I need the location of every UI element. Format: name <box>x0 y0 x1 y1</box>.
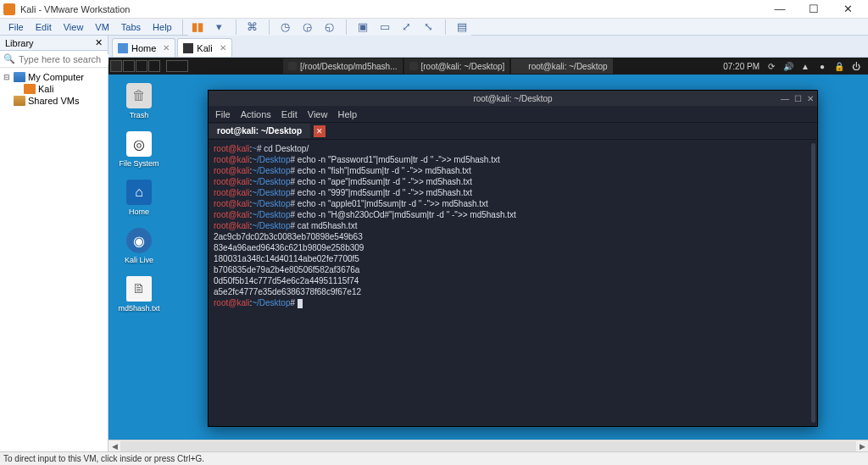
home-folder-icon: ⌂ <box>126 180 152 205</box>
terminal-icon <box>516 62 525 70</box>
taskbar-item[interactable]: [root@kali: ~/Desktop] <box>404 58 510 74</box>
fit-window-icon[interactable]: ⤡ <box>420 18 438 36</box>
desktop-icon-filesystem[interactable]: ◎File System <box>114 131 164 168</box>
library-close-icon[interactable]: ✕ <box>95 37 103 48</box>
status-text: To direct input to this VM, click inside… <box>3 454 204 463</box>
tab-close-icon[interactable]: ✕ <box>163 43 170 53</box>
tab-label: Kali <box>197 43 212 53</box>
workspace-switcher[interactable] <box>110 60 160 72</box>
dropdown-icon[interactable]: ▾ <box>210 18 229 36</box>
menu-view[interactable]: View <box>58 20 89 34</box>
icon-label: md5hash.txt <box>118 304 159 313</box>
menu-edit[interactable]: Edit <box>31 20 57 34</box>
menu-tabs[interactable]: Tabs <box>116 20 146 34</box>
library-tree: ⊟ My Computer Kali Shared VMs <box>0 68 108 451</box>
library-sidebar: Library ✕ 🔍 ▾ ⊟ My Computer Kali Shared … <box>0 36 108 451</box>
show-console-icon[interactable]: ▤ <box>453 18 471 36</box>
task-label: [root@kali: ~/Desktop] <box>421 62 505 71</box>
menu-file[interactable]: File <box>3 20 29 34</box>
fullscreen-icon[interactable]: ▣ <box>353 18 372 36</box>
taskbar-item-active[interactable]: root@kali: ~/Desktop <box>511 58 612 74</box>
desktop-icon-md5hash[interactable]: 🗎md5hash.txt <box>114 276 164 313</box>
fit-guest-icon[interactable]: ⤢ <box>398 18 416 36</box>
workspace-4[interactable] <box>148 60 160 72</box>
separator <box>269 19 270 35</box>
tab-home[interactable]: Home ✕ <box>112 38 175 57</box>
terminal-title: root@kali: ~/Desktop <box>473 94 552 103</box>
scroll-left-icon[interactable]: ◀ <box>108 442 120 451</box>
tab-label: Home <box>131 43 156 53</box>
term-menu-view[interactable]: View <box>308 109 328 119</box>
terminal-minimize-icon[interactable]: — <box>781 94 789 103</box>
workspace-2[interactable] <box>123 60 135 72</box>
term-menu-file[interactable]: File <box>215 109 231 119</box>
taskbar-item[interactable]: [/root/Desktop/md5hash... <box>283 58 403 74</box>
window-title: Kali - VMware Workstation <box>20 4 763 14</box>
desktop-icon-trash[interactable]: 🗑Trash <box>114 83 164 119</box>
separator <box>182 19 183 35</box>
scroll-right-icon[interactable]: ▶ <box>856 442 868 451</box>
task-label: [/root/Desktop/md5hash... <box>300 62 398 71</box>
kali-desktop[interactable]: [/root/Desktop/md5hash... [root@kali: ~/… <box>108 58 868 440</box>
tree-item-sharedvms[interactable]: Shared VMs <box>0 95 108 107</box>
shared-icon <box>14 96 25 106</box>
minimize-button[interactable]: — <box>763 1 797 18</box>
icon-label: Kali Live <box>125 256 153 264</box>
clock[interactable]: 07:20 PM <box>723 62 760 71</box>
trash-icon: 🗑 <box>126 83 152 108</box>
vm-viewport[interactable]: [/root/Desktop/md5hash... [root@kali: ~/… <box>108 58 868 451</box>
terminal-scrollbar[interactable] <box>811 143 815 423</box>
close-button[interactable]: ✕ <box>831 1 865 18</box>
show-desktop-icon[interactable] <box>166 60 188 72</box>
workspace-3[interactable] <box>136 60 147 72</box>
scroll-track[interactable] <box>120 441 856 451</box>
term-menu-help[interactable]: Help <box>337 109 357 119</box>
desktop-icons: 🗑Trash ◎File System ⌂Home ◉Kali Live 🗎md… <box>114 83 164 313</box>
tree-item-kali[interactable]: Kali <box>0 83 108 95</box>
terminal-tab-close-icon[interactable]: ✕ <box>314 125 326 137</box>
tree-label: My Computer <box>28 72 84 82</box>
tab-kali[interactable]: Kali ✕ <box>177 38 231 57</box>
collapse-icon[interactable]: ⊟ <box>3 73 11 81</box>
volume-icon[interactable]: 🔊 <box>783 61 793 71</box>
refresh-icon[interactable]: ⟳ <box>766 61 776 71</box>
unity-icon[interactable]: ▭ <box>376 18 394 36</box>
menu-vm[interactable]: VM <box>90 20 114 34</box>
desktop-icon-home[interactable]: ⌂Home <box>114 180 164 216</box>
terminal-tab[interactable]: root@kali: ~/Desktop <box>209 124 310 138</box>
pause-icon[interactable]: ▮▮ <box>188 18 207 36</box>
folder-icon <box>288 62 297 70</box>
terminal-maximize-icon[interactable]: ☐ <box>794 94 802 103</box>
maximize-button[interactable]: ☐ <box>797 1 831 18</box>
window-titlebar: Kali - VMware Workstation — ☐ ✕ <box>0 0 868 19</box>
snapshot-icon[interactable]: ◷ <box>276 18 295 36</box>
kali-top-panel: [/root/Desktop/md5hash... [root@kali: ~/… <box>108 58 868 75</box>
desktop-icon-kalilive[interactable]: ◉Kali Live <box>114 228 164 264</box>
term-menu-edit[interactable]: Edit <box>281 109 298 119</box>
terminal-body[interactable]: root@kali:~# cd Desktop/root@kali:~/Desk… <box>209 140 817 426</box>
app-menubar: File Edit View VM Tabs Help ▮▮ ▾ ⌘ ◷ ◶ ◵… <box>0 19 868 36</box>
snapshot-revert-icon[interactable]: ◵ <box>320 18 339 36</box>
vm-horizontal-scrollbar[interactable]: ◀ ▶ <box>108 440 868 451</box>
terminal-window[interactable]: root@kali: ~/Desktop — ☐ ✕ File Actions … <box>208 90 818 427</box>
terminal-close-icon[interactable]: ✕ <box>807 94 814 103</box>
vm-area: Home ✕ Kali ✕ <box>108 36 868 451</box>
lock-icon[interactable]: 🔒 <box>834 61 844 71</box>
separator <box>346 19 347 35</box>
power-icon[interactable]: ⏻ <box>851 61 861 71</box>
icon-label: File System <box>119 159 159 168</box>
terminal-titlebar[interactable]: root@kali: ~/Desktop — ☐ ✕ <box>209 91 817 106</box>
send-cad-icon[interactable]: ⌘ <box>243 18 262 36</box>
term-menu-actions[interactable]: Actions <box>241 109 271 119</box>
tree-label: Kali <box>38 84 53 94</box>
separator <box>445 19 446 35</box>
filesystem-icon: ◎ <box>126 131 152 157</box>
tab-close-icon[interactable]: ✕ <box>220 43 226 53</box>
network-icon[interactable]: ● <box>817 61 827 71</box>
menu-help[interactable]: Help <box>147 20 177 34</box>
notification-icon[interactable]: ▲ <box>800 61 810 71</box>
library-search[interactable]: 🔍 ▾ <box>0 51 108 68</box>
workspace-1[interactable] <box>110 60 122 72</box>
tree-item-mycomputer[interactable]: ⊟ My Computer <box>0 71 108 83</box>
snapshot-manage-icon[interactable]: ◶ <box>298 18 317 36</box>
